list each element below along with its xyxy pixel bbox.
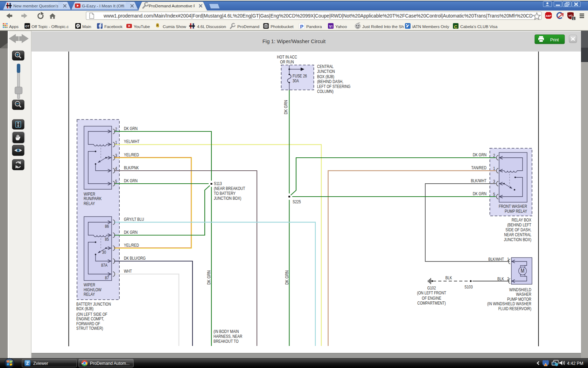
svg-text:M: M (521, 268, 525, 274)
svg-text:DK GRN: DK GRN (473, 152, 486, 157)
svg-text:1: 1 (573, 17, 574, 20)
svg-text:DK BLU/ORG: DK BLU/ORG (124, 256, 146, 260)
svg-text:www1.prodemand.com/Main/Index#: www1.prodemand.com/Main/Index#2004|Ford|… (103, 13, 533, 19)
svg-text:DK GRN: DK GRN (124, 126, 138, 131)
svg-text:Off Topic - Offtopic.c: Off Topic - Offtopic.c (31, 24, 69, 29)
svg-text:iATN Members Only: iATN Members Only (412, 24, 449, 29)
svg-text:ENGINE COMPT,: ENGINE COMPT, (76, 316, 104, 321)
svg-text:1: 1 (115, 140, 117, 145)
svg-text:OT: OT (25, 25, 30, 28)
svg-text:85: 85 (105, 237, 109, 241)
svg-text:GRY/LT BLU: GRY/LT BLU (124, 217, 144, 222)
svg-text:S113: S113 (214, 181, 222, 186)
svg-text:FUSE 26: FUSE 26 (293, 74, 307, 78)
svg-text:HIGH/LOW: HIGH/LOW (84, 287, 102, 292)
svg-text:Just Rolled Into the Sh: Just Rolled Into the Sh (362, 24, 404, 29)
svg-text:New member Question's F: New member Question's F (13, 4, 62, 8)
svg-text:87: 87 (105, 275, 109, 280)
svg-text:30: 30 (102, 250, 106, 254)
svg-text:(IN WINDSHIELD WASHER: (IN WINDSHIELD WASHER (487, 301, 531, 306)
svg-text:SIDE OF DASH,: SIDE OF DASH, (505, 227, 531, 232)
svg-text:1: 1 (507, 257, 509, 261)
svg-text:WHT: WHT (124, 269, 132, 273)
svg-text:Pandora: Pandora (306, 24, 322, 29)
svg-text:RELAY: RELAY (84, 201, 95, 206)
svg-text:STRUT TOWER): STRUT TOWER) (76, 326, 103, 330)
svg-text:BREAKOUT TO: BREAKOUT TO (214, 339, 239, 343)
svg-text:BOX (BJB): BOX (BJB) (76, 306, 93, 311)
svg-text:WASHER: WASHER (516, 292, 531, 297)
svg-text:ProDemand: ProDemand (237, 24, 259, 29)
svg-text:YEL/WHT: YEL/WHT (124, 139, 140, 144)
svg-text:Main: Main (82, 24, 91, 29)
svg-text:4: 4 (115, 166, 117, 171)
svg-text:YouTube: YouTube (134, 24, 150, 29)
svg-text:DK GRN: DK GRN (124, 230, 138, 234)
svg-text:BLK/PNK: BLK/PNK (124, 165, 139, 170)
svg-text:Cumia Show: Cumia Show (163, 24, 186, 29)
svg-text:G-Eazy - I Mean It (Offi: G-Eazy - I Mean It (Offi (82, 4, 124, 8)
svg-text:JUNCTION BOX): JUNCTION BOX) (214, 196, 241, 200)
svg-text:RUN/PARK: RUN/PARK (84, 196, 102, 201)
svg-text:JUNCTION: JUNCTION (317, 69, 335, 74)
svg-text:TO BATTERY: TO BATTERY (214, 191, 236, 196)
svg-text:Zviewer: Zviewer (33, 361, 48, 366)
svg-text:CENTRAL: CENTRAL (317, 64, 334, 69)
svg-text:DK GRN: DK GRN (284, 271, 289, 285)
svg-text:3: 3 (115, 153, 117, 158)
svg-text:HOT IN ACC: HOT IN ACC (277, 55, 297, 59)
svg-text:JUNCTION BOX): JUNCTION BOX) (504, 237, 531, 242)
svg-text:RELAY: RELAY (84, 292, 95, 297)
svg-text:(ON LEFT SIDE OF: (ON LEFT SIDE OF (76, 312, 107, 316)
svg-text:WINDSHIELD: WINDSHIELD (509, 287, 531, 292)
svg-text:Print: Print (550, 38, 559, 42)
svg-text:BLK/WHT: BLK/WHT (471, 178, 486, 183)
svg-text:NEAR CENTRAL: NEAR CENTRAL (504, 232, 531, 237)
svg-text:Y!: Y! (329, 25, 333, 29)
svg-text:BLK/WHT: BLK/WHT (488, 257, 504, 261)
svg-text:OF ENGINE: OF ENGINE (422, 296, 441, 300)
svg-text:COMPARTMENT): COMPARTMENT) (417, 301, 446, 305)
svg-text:Apps: Apps (9, 24, 19, 29)
svg-text:2: 2 (507, 277, 509, 281)
svg-text:DK GRN: DK GRN (124, 178, 138, 183)
svg-text:Facebook: Facebook (104, 24, 122, 29)
svg-text:OR RUN: OR RUN (280, 60, 294, 64)
svg-text:LEFT OF STEERING: LEFT OF STEERING (317, 84, 351, 89)
svg-text:4.6L Discussion: 4.6L Discussion (197, 24, 226, 29)
svg-text:BLK: BLK (445, 275, 452, 280)
svg-text:DK GRN: DK GRN (206, 271, 211, 285)
svg-text:G102: G102 (427, 286, 436, 290)
svg-text:86: 86 (105, 224, 109, 229)
svg-text:YEL/RED: YEL/RED (124, 152, 139, 157)
svg-text:RELAY BOX: RELAY BOX (512, 218, 531, 222)
svg-text:ABP: ABP (546, 14, 551, 18)
svg-text:5: 5 (115, 179, 117, 184)
svg-text:5: 5 (493, 192, 495, 197)
svg-text:DK GRN: DK GRN (473, 191, 486, 196)
svg-text:BOX (BJB): BOX (BJB) (317, 74, 334, 79)
svg-text:2: 2 (115, 127, 117, 131)
svg-text:P: P (300, 24, 303, 29)
svg-text:FRONT WASHER: FRONT WASHER (499, 204, 527, 209)
svg-text:(BEHIND LEFT: (BEHIND LEFT (507, 223, 531, 227)
svg-text:COLUMN): COLUMN) (317, 89, 334, 94)
svg-text:Yahoo: Yahoo (335, 24, 347, 29)
svg-text:ProDemand Automotive F: ProDemand Automotive F (149, 4, 196, 8)
svg-text:Fig 1: Wiper/Washer Circuit: Fig 1: Wiper/Washer Circuit (262, 39, 326, 44)
svg-text:PUMP MOTOR: PUMP MOTOR (507, 297, 531, 301)
svg-text:4:42 PM: 4:42 PM (567, 361, 583, 366)
svg-text:Cabela's CLUB Visa: Cabela's CLUB Visa (460, 24, 498, 29)
svg-text:DK GRN: DK GRN (283, 100, 288, 114)
svg-text:3: 3 (493, 179, 495, 184)
svg-text:TAN/RED: TAN/RED (471, 165, 486, 170)
svg-text:(IN BODY MAIN: (IN BODY MAIN (214, 329, 239, 334)
svg-text:FORWARD OF: FORWARD OF (76, 321, 100, 326)
svg-text:WIPER: WIPER (84, 192, 95, 196)
svg-text:Z: Z (26, 361, 29, 366)
svg-text:FLUID RESERVOIR): FLUID RESERVOIR) (498, 306, 531, 311)
svg-text:87A: 87A (101, 263, 107, 267)
svg-text:YEL/RED: YEL/RED (124, 243, 139, 247)
svg-text:WIPER: WIPER (84, 282, 95, 287)
svg-text:C: C (454, 24, 457, 29)
